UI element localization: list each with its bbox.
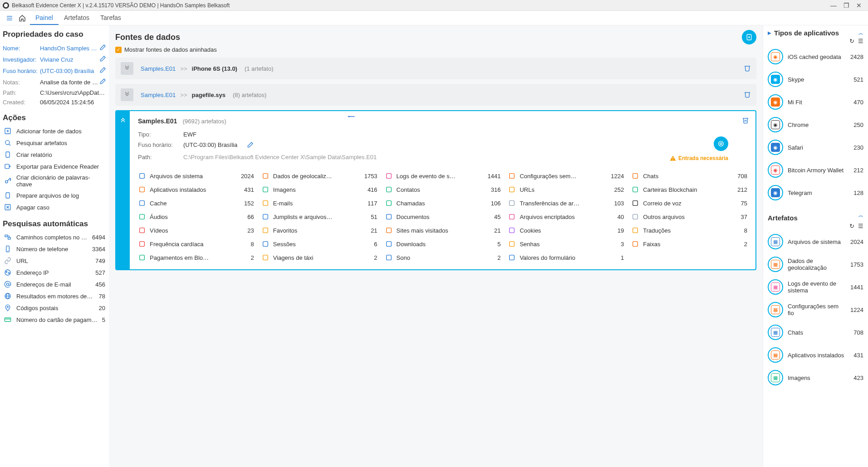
expand-apps-icon[interactable]: ▶ [768,30,771,35]
menu-icon[interactable] [5,13,15,23]
category-item[interactable]: Imagens 416 [261,184,378,195]
category-item[interactable]: Arquivos de sistema 2024 [138,170,254,181]
artifact-type-item[interactable]: ▦ Configurações sem fio 1224 [768,298,863,321]
action-pesquisar-artefatos[interactable]: Pesquisar artefatos [3,137,106,149]
category-item[interactable]: Sites mais visitados 21 [385,225,501,236]
close-button[interactable]: ✕ [853,2,865,9]
app-type-item[interactable]: ◉ Telegram 128 [768,181,863,204]
category-item[interactable]: Faixas 2 [631,238,747,249]
category-item[interactable]: Pagamentos em Blo… 2 [138,252,254,263]
category-item[interactable]: Cookies 19 [508,225,624,236]
artifact-type-item[interactable]: ▦ Chats 708 [768,321,863,344]
category-icon [385,240,393,248]
category-item[interactable]: Aplicativos instalados 431 [138,184,254,195]
autosearch-item[interactable]: Número de telefone3364 [3,243,106,255]
list-view-artifacts-icon[interactable]: ☰ [858,223,863,229]
category-item[interactable]: Chats 708 [631,170,747,181]
reanalyze-button[interactable] [714,136,728,151]
category-item[interactable]: Carteiras Blockchain 212 [631,184,747,195]
delete-source-icon[interactable] [744,91,751,99]
edit-icon[interactable] [99,78,106,87]
app-type-item[interactable]: ◉ Safari 230 [768,136,863,159]
collapse-handle[interactable] [116,111,130,269]
category-item[interactable]: Downloads 5 [385,238,501,249]
category-icon [508,240,516,248]
delete-source-button[interactable] [742,117,749,125]
category-item[interactable]: Transferências de ar… 103 [508,198,624,209]
maximize-button[interactable]: ❐ [840,2,853,9]
app-type-item[interactable]: ◉ Bitcoin Armory Wallet 212 [768,159,863,181]
category-item[interactable]: Vídeos 23 [138,225,254,236]
action-criar-relat-rio[interactable]: Criar relatório [3,149,106,161]
category-item[interactable]: Favoritos 21 [261,225,378,236]
action-apagar-caso[interactable]: Apagar caso [3,201,106,213]
category-item[interactable]: Sono 2 [385,252,501,263]
autosearch-item[interactable]: Endereços de E-mail456 [3,278,106,290]
category-item[interactable]: Arquivos encriptados 40 [508,211,624,222]
category-item[interactable]: Sessões 6 [261,238,378,249]
category-item[interactable]: Cache 152 [138,198,254,209]
action-exportar-para-evidence-r[interactable]: Exportar para Evidence Reader [3,161,106,172]
category-item[interactable]: Dados de geolocaliz… 1753 [261,170,378,181]
category-item[interactable]: Outros arquivos 37 [631,211,747,222]
app-type-item[interactable]: ◉ iOS cached geodata 2428 [768,45,863,68]
edit-icon[interactable] [246,141,254,150]
nav-tab-tarefas[interactable]: Tarefas [95,11,127,25]
app-badge-icon: ◉ [768,162,783,178]
add-data-source-button[interactable] [742,30,756,44]
warning-badge[interactable]: Entrada necessária [669,155,728,162]
autosearch-item[interactable]: Códigos postais20 [3,302,106,314]
category-item[interactable]: Configurações sem… 1224 [508,170,624,181]
meta-value: (UTC-03:00) Brasília [183,141,237,150]
app-type-item[interactable]: ◉ Skype 521 [768,68,863,91]
nav-tab-artefatos[interactable]: Artefatos [59,11,95,25]
collapse-artifacts-icon[interactable]: ︽ [858,214,863,217]
data-source-row[interactable]: Samples.E01 >> pagefile.sys (8) artefato… [115,84,756,106]
artifact-type-item[interactable]: ▦ Aplicativos instalados 431 [768,344,863,366]
delete-source-icon[interactable] [744,64,751,73]
autosearch-item[interactable]: Número do cartão de pagamento5 [3,314,106,326]
edit-icon[interactable] [99,55,106,64]
edit-icon[interactable] [99,67,106,75]
action-criar-dicion-rio-de-pala[interactable]: Criar dicionário de palavras-chave [3,172,106,190]
artifact-type-item[interactable]: ▦ Logs de evento de sistema 1441 [768,276,863,298]
category-item[interactable]: Logs de evento de s… 1441 [385,170,501,181]
category-item[interactable]: Jumplists e arquivos… 51 [261,211,378,222]
expand-icon[interactable] [121,62,133,75]
category-item[interactable]: Contatos 316 [385,184,501,195]
autosearch-item[interactable]: Resultados em motores de pes…78 [3,290,106,302]
app-type-item[interactable]: ◉ Chrome 250 [768,113,863,136]
category-item[interactable]: E-mails 117 [261,198,378,209]
artifact-type-item[interactable]: ▦ Arquivos de sistema 2024 [768,230,863,253]
show-nested-checkbox[interactable]: ✓ Mostrar fontes de dados aninhadas [115,46,756,53]
list-view-icon[interactable]: ☰ [858,38,863,44]
action-prepare-arquivos-de-log[interactable]: Prepare arquivos de log [3,190,106,201]
data-source-row[interactable]: Samples.E01 >> iPhone 6S (13.0) (1 artef… [115,58,756,79]
refresh-icon[interactable]: ↻ [849,38,854,44]
category-item[interactable]: Traduções 8 [631,225,747,236]
refresh-artifacts-icon[interactable]: ↻ [849,223,854,229]
category-item[interactable]: Valores do formulário 1 [508,252,624,263]
artifact-type-item[interactable]: ▦ Imagens 423 [768,366,863,389]
category-item[interactable]: Frequência cardíaca 8 [138,238,254,249]
category-item[interactable]: URLs 252 [508,184,624,195]
expand-icon[interactable] [121,88,133,101]
minimize-button[interactable]: — [827,2,840,9]
category-item[interactable]: Chamadas 106 [385,198,501,209]
category-item[interactable]: Correio de voz 75 [631,198,747,209]
category-item[interactable]: Senhas 3 [508,238,624,249]
action-adicionar-fonte-de-dados[interactable]: Adicionar fonte de dados [3,125,106,137]
nav-tab-painel[interactable]: Painel [30,11,59,25]
autosearch-item[interactable]: URL749 [3,255,106,267]
autosearch-item[interactable]: Caminhos completos no Wi…6494 [3,231,106,243]
category-item[interactable]: Viagens de táxi 2 [261,252,378,263]
edit-icon[interactable] [99,44,106,53]
category-item[interactable]: Áudios 66 [138,211,254,222]
category-item[interactable]: Documentos 45 [385,211,501,222]
home-icon[interactable] [17,13,27,23]
autosearch-item[interactable]: Endereço IP527 [3,267,106,278]
artifact-type-item[interactable]: ▦ Dados de geolocalização 1753 [768,253,863,276]
collapse-panel-icon[interactable]: ︽ [858,31,863,34]
app-type-item[interactable]: ◉ Mi Fit 470 [768,91,863,113]
artifact-count: 2024 [850,238,863,245]
